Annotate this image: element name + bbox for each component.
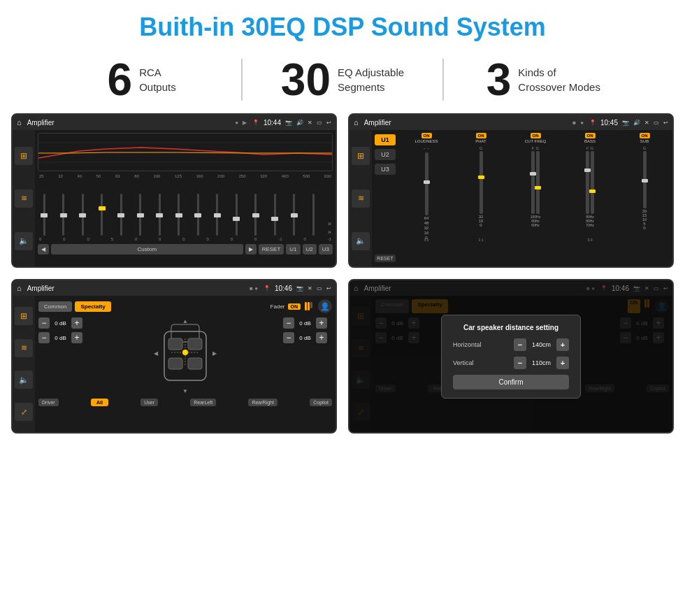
crossover-icon-wave[interactable]: ≋ — [352, 189, 370, 208]
eq-prev-btn[interactable]: ◀ — [38, 244, 49, 255]
crossover-icon-tune[interactable]: ⊞ — [352, 147, 370, 165]
horizontal-plus-btn[interactable]: + — [556, 338, 569, 351]
eq-slider-6[interactable] — [136, 194, 145, 236]
eq-freq-labels: 253240506380100125160200250320400500630 — [38, 174, 333, 178]
svg-text:◀: ◀ — [154, 350, 159, 357]
sp-icon-arrows[interactable]: ⤢ — [15, 403, 33, 421]
sp-fl-plus[interactable]: + — [71, 317, 82, 329]
bass-g-slider[interactable] — [591, 151, 594, 214]
crossover-icon-speaker[interactable]: 🔈 — [352, 232, 370, 250]
eq-slider-9[interactable] — [193, 194, 203, 236]
eq-next-btn[interactable]: ▶ — [245, 244, 257, 255]
bass-on[interactable]: ON — [585, 133, 596, 138]
sp-rl-minus[interactable]: − — [38, 332, 50, 343]
sp-rl-plus[interactable]: + — [71, 332, 82, 343]
svg-text:▶: ▶ — [212, 350, 217, 357]
eq-slider-7[interactable] — [154, 194, 164, 236]
distance-dialog: Car speaker distance setting Horizontal … — [441, 315, 581, 399]
stat-crossover: 3 Kinds ofCrossover Modes — [444, 57, 643, 102]
screen-speaker: ⌂ Amplifier ■ ● 📍 10:46 📷 ✕ ▭ ↩ ⊞ ≋ 🔈 ⤢ — [11, 279, 337, 434]
sp-driver-btn[interactable]: Driver — [38, 399, 59, 406]
status-bar-3: ⌂ Amplifier ■ ● 📍 10:46 📷 ✕ ▭ ↩ — [13, 280, 336, 296]
sp-user-icon[interactable]: 👤 — [318, 299, 332, 313]
eq-slider-2[interactable] — [59, 194, 68, 236]
horizontal-minus-btn[interactable]: − — [514, 338, 526, 351]
eq-slider-11[interactable] — [231, 194, 241, 236]
eq-bottom-bar: ◀ Custom ▶ RESET U1 U2 U3 — [38, 244, 333, 255]
cutfreq-g-slider[interactable] — [536, 151, 540, 214]
vertical-plus-btn[interactable]: + — [556, 357, 569, 369]
vertical-value: 110cm — [529, 359, 554, 366]
sp-fr-minus[interactable]: − — [283, 317, 294, 329]
eq-reset-btn[interactable]: RESET — [259, 244, 284, 255]
sp-rr-minus[interactable]: − — [283, 332, 294, 343]
eq-slider-12[interactable] — [251, 194, 261, 236]
sp-rr-plus[interactable]: + — [316, 332, 327, 343]
screen3-title: Amplifier — [27, 285, 247, 292]
u3-btn[interactable]: U3 — [375, 164, 396, 175]
u1-btn[interactable]: U1 — [375, 134, 396, 145]
sp-all-btn[interactable]: All — [91, 399, 108, 406]
eq-icon-wave[interactable]: ≋ — [15, 189, 33, 208]
bass-f-slider[interactable] — [586, 151, 589, 214]
stat-rca-number: 6 — [108, 57, 133, 102]
eq-slider-14[interactable] — [289, 194, 299, 236]
stat-rca: 6 RCAOutputs — [42, 57, 241, 102]
eq-u2-btn[interactable]: U2 — [303, 244, 317, 255]
home-icon-2[interactable]: ⌂ — [354, 118, 359, 127]
sp-fl-db: − 0 dB + — [38, 317, 87, 329]
sp-rr-db: − 0 dB + — [283, 332, 332, 343]
sp-copilot-btn[interactable]: Copilot — [310, 399, 332, 406]
loudness-on[interactable]: ON — [421, 133, 432, 138]
stat-eq: 30 EQ AdjustableSegments — [243, 57, 442, 102]
sp-rearright-btn[interactable]: RearRight — [248, 399, 277, 406]
sp-rearleft-btn[interactable]: RearLeft — [190, 399, 216, 406]
eq-u3-btn[interactable]: U3 — [319, 244, 333, 255]
eq-slider-13[interactable] — [270, 194, 280, 236]
sp-fr-plus[interactable]: + — [316, 317, 327, 329]
crossover-reset-btn[interactable]: RESET — [375, 255, 396, 262]
eq-slider-15[interactable] — [308, 194, 318, 236]
eq-slider-4[interactable] — [97, 194, 107, 236]
eq-slider-3[interactable] — [78, 194, 87, 236]
dialog-horizontal-row: Horizontal − 140cm + — [453, 338, 569, 351]
sub-slider[interactable] — [643, 151, 647, 208]
cutfreq-on[interactable]: ON — [531, 133, 541, 138]
eq-slider-10[interactable] — [212, 194, 222, 236]
screen2-title: Amplifier — [364, 119, 570, 127]
phat-slider[interactable] — [480, 151, 483, 214]
home-icon-3[interactable]: ⌂ — [17, 284, 22, 292]
vertical-minus-btn[interactable]: − — [514, 357, 526, 369]
screen1-title: Amplifier — [27, 119, 232, 127]
eq-u1-btn[interactable]: U1 — [286, 244, 300, 255]
dialog-title: Car speaker distance setting — [453, 324, 569, 331]
cutfreq-f-slider[interactable] — [531, 151, 535, 214]
sp-icon-tune[interactable]: ⊞ — [15, 307, 33, 325]
eq-slider-8[interactable] — [174, 194, 184, 236]
eq-slider-1[interactable] — [39, 194, 49, 236]
sp-tab-common[interactable]: Common — [38, 301, 72, 312]
sp-tab-specialty[interactable]: Specialty — [75, 301, 110, 312]
loudness-slider[interactable] — [425, 152, 428, 215]
u2-btn[interactable]: U2 — [375, 149, 396, 160]
vertical-control: − 110cm + — [514, 357, 569, 369]
svg-text:▼: ▼ — [182, 388, 188, 394]
sp-user-btn[interactable]: User — [140, 399, 158, 406]
screen3-time: 10:46 — [275, 285, 292, 292]
sp-icon-speaker[interactable]: 🔈 — [15, 371, 33, 389]
sp-icon-wave[interactable]: ≋ — [15, 339, 33, 357]
sp-rl-db: − 0 dB + — [38, 332, 87, 343]
sp-fl-minus[interactable]: − — [38, 317, 50, 329]
screen-speaker-dialog: ⌂ Amplifier ■ ● 📍 10:46 📷 ✕ ▭ ↩ ⊞ ≋ 🔈 ⤢ … — [348, 279, 674, 434]
sub-on[interactable]: ON — [640, 133, 650, 138]
stat-crossover-number: 3 — [486, 57, 512, 102]
eq-icon-speaker[interactable]: 🔈 — [15, 232, 33, 250]
home-icon-1[interactable]: ⌂ — [17, 118, 22, 127]
eq-icon-tune[interactable]: ⊞ — [15, 147, 33, 165]
eq-slider-5[interactable] — [116, 194, 126, 236]
fader-on-badge[interactable]: ON — [288, 303, 301, 310]
screen-crossover: ⌂ Amplifier ■ ● 📍 10:45 📷 🔊 ✕ ▭ ↩ ⊞ ≋ 🔈 … — [348, 113, 674, 268]
confirm-button[interactable]: Confirm — [453, 375, 569, 389]
phat-on[interactable]: ON — [476, 133, 486, 138]
dialog-vertical-row: Vertical − 110cm + — [453, 357, 569, 369]
